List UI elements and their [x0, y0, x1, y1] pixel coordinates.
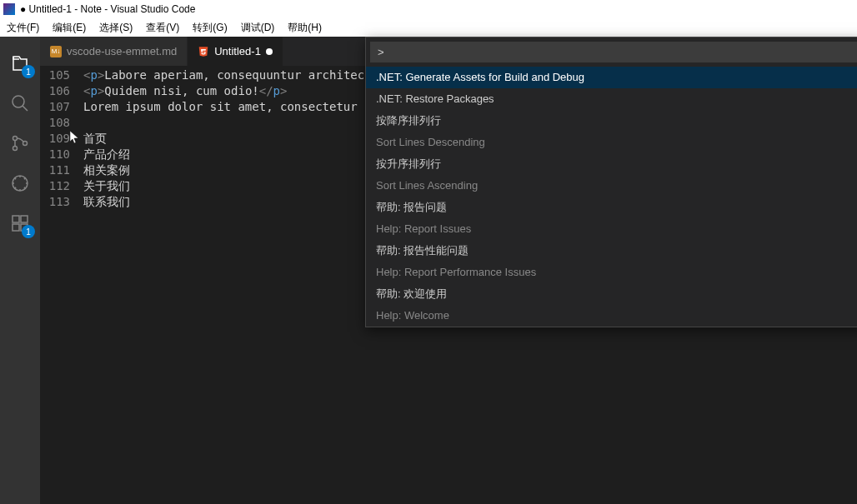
menu-debug[interactable]: 调试(D) [234, 19, 282, 37]
svg-rect-6 [21, 216, 28, 222]
main: 1 1 M↓ vscode-use-emmet.md Untitled [0, 37, 857, 504]
line-number: 107 [40, 99, 70, 115]
debug-icon[interactable] [0, 163, 40, 203]
menu-edit[interactable]: 编辑(E) [46, 19, 93, 37]
dirty-indicator-icon [266, 48, 273, 55]
command-palette-item[interactable]: Sort Lines Ascending [366, 175, 857, 197]
palette-item-primary: 帮助: 报告性能问题 [376, 244, 469, 257]
menu-view[interactable]: 查看(V) [139, 19, 186, 37]
editor-area: M↓ vscode-use-emmet.md Untitled-1 105106… [40, 37, 857, 504]
line-number: 110 [40, 147, 70, 162]
line-number: 111 [40, 162, 70, 178]
command-palette-item[interactable]: Help: Report Performance Issues [366, 262, 857, 283]
svg-rect-5 [13, 216, 19, 222]
html-icon [198, 46, 209, 57]
tab-label: Untitled-1 [214, 45, 261, 57]
activitybar: 1 1 [0, 37, 40, 504]
command-palette-item[interactable]: .NET: Restore Packages [366, 88, 857, 110]
mouse-cursor-icon [70, 131, 80, 150]
line-number: 112 [40, 178, 70, 194]
tab-untitled-1[interactable]: Untitled-1 [188, 37, 283, 66]
palette-item-secondary: Help: Report Performance Issues [376, 266, 536, 278]
palette-item-primary: 帮助: 报告问题 [376, 201, 447, 213]
extensions-icon[interactable]: 1 [0, 203, 40, 243]
palette-item-secondary: Help: Report Issues [376, 222, 471, 235]
command-palette-item[interactable]: 帮助: 报告问题 [366, 197, 857, 218]
command-palette-item[interactable]: Help: Report Issues [366, 218, 857, 240]
markdown-icon: M↓ [50, 46, 62, 57]
command-palette-item[interactable]: 按升序排列行 [366, 153, 857, 175]
command-palette: .NET: Generate Assets for Build and Debu… [365, 37, 857, 327]
command-palette-input[interactable] [370, 42, 857, 62]
tab-label: vscode-use-emmet.md [67, 45, 177, 57]
palette-item-primary: .NET: Generate Assets for Build and Debu… [376, 71, 584, 83]
palette-item-primary: 按升序排列行 [376, 157, 441, 170]
line-number: 109 [40, 131, 70, 147]
palette-item-primary: 按降序排列行 [376, 114, 441, 127]
line-number: 105 [40, 67, 70, 83]
palette-item-secondary: Sort Lines Descending [376, 136, 485, 148]
palette-item-primary: 帮助: 欢迎使用 [376, 287, 447, 300]
svg-point-2 [13, 147, 18, 151]
extensions-badge: 1 [22, 225, 35, 238]
line-number: 108 [40, 115, 70, 131]
command-palette-item[interactable]: 帮助: 欢迎使用 [366, 283, 857, 305]
command-palette-item[interactable]: Sort Lines Descending [366, 132, 857, 153]
titlebar: ● Untitled-1 - Note - Visual Studio Code [0, 0, 857, 18]
menu-go[interactable]: 转到(G) [186, 19, 233, 37]
line-number: 106 [40, 83, 70, 99]
menu-file[interactable]: 文件(F) [0, 19, 46, 37]
command-palette-item[interactable]: 帮助: 报告性能问题 [366, 240, 857, 262]
window-title: ● Untitled-1 - Note - Visual Studio Code [20, 3, 195, 15]
command-palette-list: .NET: Generate Assets for Build and Debu… [366, 67, 857, 327]
explorer-badge: 1 [22, 65, 35, 78]
vscode-icon [3, 3, 15, 15]
command-palette-item[interactable]: 按降序排列行 [366, 110, 857, 132]
explorer-icon[interactable]: 1 [0, 43, 40, 83]
menubar: 文件(F) 编辑(E) 选择(S) 查看(V) 转到(G) 调试(D) 帮助(H… [0, 18, 857, 37]
svg-point-1 [13, 137, 18, 141]
menu-help[interactable]: 帮助(H) [281, 19, 328, 37]
tab-vscode-use-emmet[interactable]: M↓ vscode-use-emmet.md [40, 37, 188, 66]
source-control-icon[interactable] [0, 123, 40, 163]
palette-item-secondary: Sort Lines Ascending [376, 179, 478, 192]
search-icon[interactable] [0, 83, 40, 123]
menu-selection[interactable]: 选择(S) [93, 19, 139, 37]
command-palette-item[interactable]: .NET: Generate Assets for Build and Debu… [366, 67, 857, 88]
palette-item-secondary: Help: Welcome [376, 309, 449, 322]
svg-point-0 [13, 96, 24, 107]
command-palette-item[interactable]: Help: Welcome [366, 305, 857, 327]
svg-rect-7 [13, 224, 19, 231]
line-number: 113 [40, 194, 70, 210]
palette-item-primary: .NET: Restore Packages [376, 92, 494, 105]
svg-point-3 [23, 142, 28, 146]
